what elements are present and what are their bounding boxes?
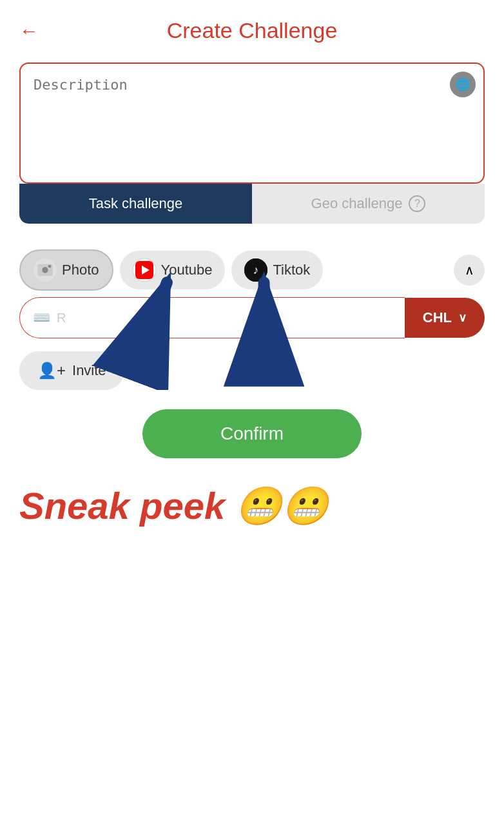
page-title: Create Challenge xyxy=(167,18,338,43)
geo-help-icon: ? xyxy=(409,195,425,212)
back-button[interactable]: ← xyxy=(19,20,39,42)
header: ← Create Challenge xyxy=(0,0,504,56)
confirm-button[interactable]: Confirm xyxy=(142,409,362,458)
reward-input-field[interactable]: ⌨️ R xyxy=(19,297,405,338)
tiktok-icon: ♪ xyxy=(244,258,267,282)
media-type-row: Photo Youtube ♪ Tiktok ∧ xyxy=(19,249,485,291)
geo-challenge-tab[interactable]: Geo challenge ? xyxy=(252,184,485,224)
currency-chevron-icon: ∨ xyxy=(458,311,467,325)
invite-plus-icon: 👤+ xyxy=(37,362,66,380)
globe-icon: 🌐 xyxy=(450,72,476,97)
svg-point-1 xyxy=(42,267,48,273)
youtube-icon xyxy=(133,258,156,282)
challenge-type-toggle: Task challenge Geo challenge ? xyxy=(19,184,485,224)
invite-button[interactable]: 👤+ Invite xyxy=(19,351,124,390)
tiktok-button[interactable]: ♪ Tiktok xyxy=(231,251,323,289)
task-challenge-tab[interactable]: Task challenge xyxy=(19,184,252,224)
reward-icon: ⌨️ xyxy=(33,309,50,326)
description-input[interactable] xyxy=(21,64,483,180)
currency-button[interactable]: CHL ∨ xyxy=(405,298,485,338)
reward-row: ⌨️ R CHL ∨ xyxy=(19,297,485,338)
description-container: 🌐 xyxy=(19,63,485,184)
svg-point-2 xyxy=(48,265,52,268)
sneak-peek-text: Sneak peek 😬😬 xyxy=(19,484,485,528)
invite-row: 👤+ Invite xyxy=(19,351,485,390)
photo-button[interactable]: Photo xyxy=(19,249,113,291)
main-content: Photo Youtube ♪ Tiktok ∧ xyxy=(0,249,504,390)
youtube-button[interactable]: Youtube xyxy=(120,251,226,289)
collapse-button[interactable]: ∧ xyxy=(454,255,485,286)
reward-placeholder: R xyxy=(57,311,66,325)
photo-icon xyxy=(34,258,57,282)
svg-text:♪: ♪ xyxy=(253,264,259,277)
